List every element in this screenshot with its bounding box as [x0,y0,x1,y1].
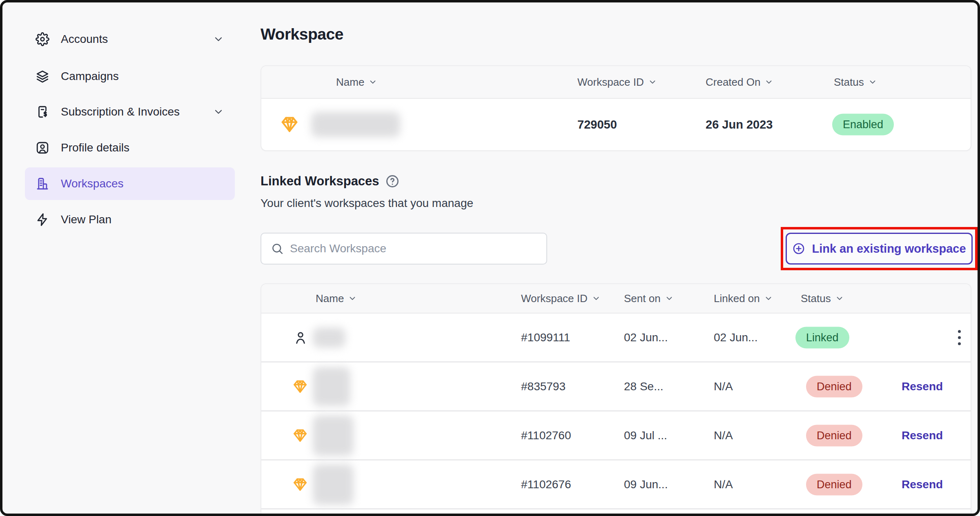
sort-chevron-icon [835,294,844,303]
column-header-workspace-id[interactable]: Workspace ID [521,284,601,313]
status-badge: Linked [795,327,849,348]
section-title: Linked Workspaces [261,174,379,189]
linked-table-header: Name Workspace ID Sent on Linked on Stat… [261,284,971,314]
table-row: #1102676 09 Jun... N/A Denied Resend [261,460,971,509]
search-workspace-input[interactable] [290,242,537,255]
column-header-workspace-id[interactable]: Workspace ID [577,66,657,98]
column-header-name[interactable]: Name [336,66,377,98]
plus-circle-icon [792,242,805,255]
sidebar-item-campaigns[interactable]: Campaigns [25,60,235,93]
redacted-workspace-name [313,415,354,456]
column-header-sent-on[interactable]: Sent on [624,284,674,313]
chevron-down-icon[interactable] [213,106,224,118]
column-header-status[interactable]: Status [801,284,844,313]
sidebar-item-profile-details[interactable]: Profile details [25,131,235,164]
sort-chevron-icon [764,294,773,303]
sidebar-item-label: Profile details [61,141,129,154]
sent-on-value: 02 Jun... [624,331,668,344]
table-row: #1102760 09 Jul ... N/A Denied Resend [261,411,971,460]
search-workspace-box [261,233,547,265]
gem-icon [292,379,308,394]
question-circle-icon[interactable] [385,174,400,189]
sort-chevron-icon [368,78,377,87]
sort-chevron-icon [764,78,773,87]
person-icon [293,330,308,345]
linked-on-value: 02 Jun... [714,331,757,344]
sidebar-item-label: View Plan [61,213,111,226]
status-badge: Denied [806,474,862,495]
search-icon [271,242,283,255]
gem-icon [292,477,308,492]
sort-chevron-icon [592,294,601,303]
building-icon [36,177,49,191]
sidebar-item-accounts[interactable]: Accounts [25,23,235,56]
layers-icon [36,69,49,83]
linked-on-value: N/A [714,380,733,393]
table-row: #835793 28 Se... N/A Denied Resend [261,363,971,411]
resend-link[interactable]: Resend [902,429,943,442]
redacted-workspace-name [313,367,350,406]
workspace-table-header: Name Workspace ID Created On Status [261,66,971,99]
lightning-icon [36,213,49,227]
gear-icon [36,32,49,46]
app-window: Accounts Campaigns Subscription & Invoic… [0,0,980,516]
created-on-value: 26 Jun 2023 [706,118,773,131]
column-header-name[interactable]: Name [316,284,357,313]
sidebar-item-label: Subscription & Invoices [61,105,180,118]
workspace-id-value: #1102760 [521,429,571,442]
status-badge: Denied [806,376,862,397]
resend-link[interactable]: Resend [902,478,943,491]
table-row: 729050 26 Jun 2023 Enabled [261,99,971,150]
sort-chevron-icon [348,294,357,303]
section-subtitle: Your client's workspaces that you manage [261,197,473,210]
sort-chevron-icon [665,294,674,303]
sort-chevron-icon [868,78,877,87]
sidebar-item-subscription-invoices[interactable]: Subscription & Invoices [25,96,235,128]
resend-link[interactable]: Resend [902,380,943,393]
status-badge: Denied [806,425,862,446]
workspace-id-value: #1099111 [521,331,570,344]
sidebar-item-view-plan[interactable]: View Plan [25,203,235,236]
sidebar-item-workspaces[interactable]: Workspaces [25,167,235,200]
status-badge: Enabled [832,114,894,136]
linked-on-value: N/A [714,429,733,442]
column-header-created-on[interactable]: Created On [706,66,773,98]
column-header-linked-on[interactable]: Linked on [714,284,773,313]
workspace-id-value: #1102676 [521,478,571,491]
sent-on-value: 09 Jun... [624,478,668,491]
sort-chevron-icon [648,78,657,87]
table-row: #1099111 02 Jun... 02 Jun... Linked [261,314,971,363]
linked-workspaces-table: Name Workspace ID Sent on Linked on Stat… [261,283,971,516]
workspace-table: Name Workspace ID Created On Status 7290… [261,65,971,151]
linked-on-value: N/A [714,478,733,491]
sidebar-item-label: Workspaces [61,177,124,190]
gem-icon [280,115,299,134]
page-title: Workspace [261,25,343,43]
column-header-status[interactable]: Status [834,66,877,98]
sidebar-item-label: Accounts [61,33,108,46]
gem-icon [292,428,308,443]
redacted-workspace-name [311,112,400,137]
workspace-id-value: 729050 [577,118,617,131]
workspace-id-value: #835793 [521,380,566,393]
kebab-menu-icon[interactable] [955,327,964,348]
chevron-down-icon[interactable] [213,33,224,45]
redacted-workspace-name [313,464,354,505]
sent-on-value: 28 Se... [624,380,664,393]
sidebar-item-label: Campaigns [61,70,119,83]
link-existing-workspace-button[interactable]: Link an existing workspace [786,233,973,265]
redacted-workspace-name [313,327,345,348]
invoice-icon [36,105,49,119]
linked-workspaces-heading: Linked Workspaces [261,174,400,189]
sent-on-value: 09 Jul ... [624,429,667,442]
profile-icon [36,141,49,155]
